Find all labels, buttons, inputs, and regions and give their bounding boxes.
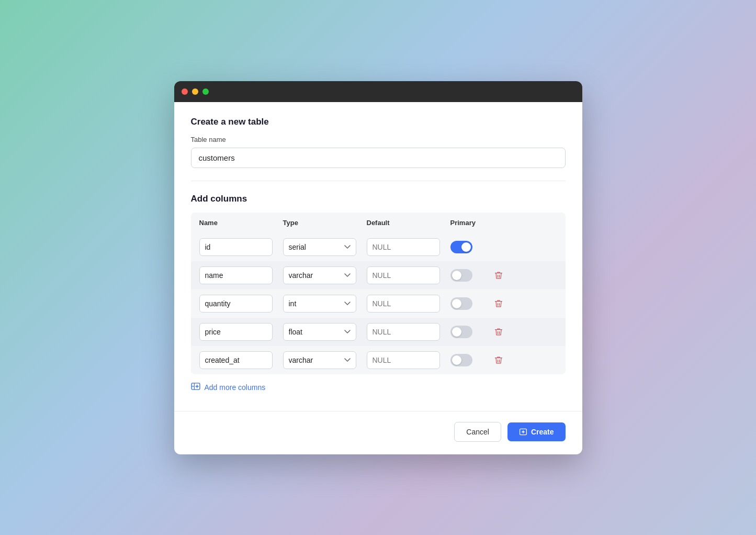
delete-row-button[interactable] <box>492 297 505 310</box>
toggle-knob <box>452 355 461 365</box>
column-row: serial varchar int float <box>191 346 566 374</box>
primary-toggle-wrapper <box>450 241 492 253</box>
delete-row-button[interactable] <box>492 354 505 366</box>
col-name-input[interactable] <box>199 323 273 341</box>
minimize-dot[interactable] <box>192 88 198 95</box>
delete-row-button[interactable] <box>492 269 505 282</box>
col-default-cell <box>367 238 450 256</box>
col-default-input[interactable] <box>367 238 440 256</box>
col-name-cell <box>199 323 283 341</box>
section-divider <box>191 181 566 181</box>
dialog-content: Create a new table Table name Add column… <box>174 102 582 407</box>
col-default-cell <box>367 266 450 284</box>
col-name-cell <box>199 266 283 284</box>
delete-cell <box>492 269 513 282</box>
primary-toggle-wrapper <box>450 326 492 338</box>
cancel-button[interactable]: Cancel <box>454 422 501 442</box>
col-default-cell <box>367 351 450 369</box>
col-header-default: Default <box>367 219 450 227</box>
toggle-knob <box>452 271 461 280</box>
maximize-dot[interactable] <box>202 88 209 95</box>
col-default-input[interactable] <box>367 351 440 369</box>
col-name-input[interactable] <box>199 295 273 313</box>
primary-toggle[interactable] <box>450 326 472 338</box>
col-type-cell: serial varchar int float <box>283 351 367 369</box>
primary-toggle-wrapper <box>450 354 492 366</box>
col-type-cell: serial varchar int float <box>283 323 367 341</box>
col-name-cell <box>199 295 283 313</box>
add-more-columns-button[interactable]: Add more columns <box>191 374 566 394</box>
primary-toggle[interactable] <box>450 241 472 253</box>
add-more-label: Add more columns <box>205 383 266 392</box>
delete-cell <box>492 326 513 338</box>
column-row: serial varchar int float <box>191 318 566 346</box>
col-type-select[interactable]: serial varchar int float <box>283 323 356 341</box>
col-type-select[interactable]: serial varchar int float <box>283 295 356 313</box>
column-row: serial varchar int float <box>191 261 566 289</box>
col-type-cell: serial varchar int float <box>283 238 367 256</box>
table-name-label: Table name <box>191 136 566 143</box>
column-row: serial varchar int float <box>191 233 566 261</box>
dialog-footer: Cancel Create <box>174 411 582 454</box>
primary-toggle[interactable] <box>450 354 472 366</box>
delete-cell <box>492 297 513 310</box>
col-header-actions <box>492 219 513 227</box>
toggle-knob <box>461 242 471 252</box>
col-header-name: Name <box>199 219 283 227</box>
col-name-input[interactable] <box>199 238 273 256</box>
add-columns-icon <box>191 383 200 392</box>
columns-table: Name Type Default Primary serial varchar <box>191 213 566 374</box>
col-default-input[interactable] <box>367 266 440 284</box>
delete-row-button[interactable] <box>492 326 505 338</box>
col-default-cell <box>367 323 450 341</box>
col-default-cell <box>367 295 450 313</box>
toggle-knob <box>452 299 461 308</box>
dialog-window: Create a new table Table name Add column… <box>174 81 582 454</box>
toggle-knob <box>452 327 461 337</box>
add-columns-section: Add columns Name Type Default Primary <box>191 194 566 394</box>
primary-toggle-wrapper <box>450 269 492 282</box>
delete-cell <box>492 354 513 366</box>
col-name-input[interactable] <box>199 266 273 284</box>
titlebar <box>174 81 582 102</box>
primary-toggle[interactable] <box>450 269 472 282</box>
col-type-cell: serial varchar int float <box>283 266 367 284</box>
dialog-title: Create a new table <box>191 117 566 127</box>
primary-toggle-wrapper <box>450 297 492 310</box>
col-type-cell: serial varchar int float <box>283 295 367 313</box>
create-label: Create <box>531 428 554 436</box>
add-columns-label: Add columns <box>191 194 566 204</box>
col-type-select[interactable]: serial varchar int float <box>283 238 356 256</box>
primary-toggle[interactable] <box>450 297 472 310</box>
col-type-select[interactable]: serial varchar int float <box>283 351 356 369</box>
table-name-input[interactable] <box>191 148 566 168</box>
close-dot[interactable] <box>182 88 188 95</box>
col-name-cell <box>199 351 283 369</box>
col-default-input[interactable] <box>367 323 440 341</box>
create-button[interactable]: Create <box>507 422 566 441</box>
create-icon <box>519 428 527 436</box>
col-default-input[interactable] <box>367 295 440 313</box>
column-row: serial varchar int float <box>191 289 566 318</box>
col-header-primary: Primary <box>450 219 492 227</box>
col-name-input[interactable] <box>199 351 273 369</box>
col-header-type: Type <box>283 219 367 227</box>
col-name-cell <box>199 238 283 256</box>
col-type-select[interactable]: serial varchar int float <box>283 266 356 284</box>
columns-header: Name Type Default Primary <box>191 213 566 233</box>
